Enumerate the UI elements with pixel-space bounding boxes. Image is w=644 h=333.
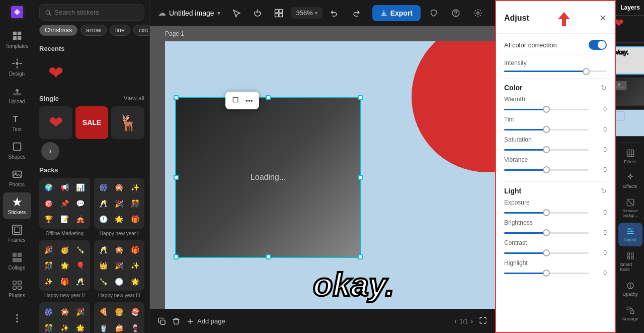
sidebar-item-text[interactable]: T Text <box>3 109 31 136</box>
chip-christmas[interactable]: Christmas <box>39 25 77 36</box>
sidebar-item-templates[interactable]: Templates <box>3 26 31 53</box>
pointer-tool[interactable] <box>227 4 246 22</box>
effects-button[interactable]: Effects <box>618 169 642 193</box>
highlight-slider[interactable] <box>504 273 589 274</box>
light-refresh-icon[interactable]: ↻ <box>601 187 607 195</box>
pack-happy-new-year-2[interactable]: 🎉 🥳 🍾 🎊 🌟 🎈 ✨ 🎁 🥂 Happy new year II <box>39 240 90 299</box>
redo-button[interactable] <box>347 4 365 22</box>
svg-rect-25 <box>275 9 279 13</box>
saturation-slider[interactable] <box>504 149 589 151</box>
saturation-value: 0 <box>593 146 607 153</box>
selected-image[interactable]: Loading... <box>175 97 361 258</box>
exposure-slider[interactable] <box>504 212 589 214</box>
brightness-slider[interactable] <box>504 232 589 234</box>
app-logo[interactable] <box>9 4 25 20</box>
resize-handle-br[interactable] <box>358 254 363 259</box>
undo-button[interactable] <box>326 4 344 22</box>
sidebar-item-label: Text <box>12 126 21 132</box>
pack-name: Happy new year III <box>94 293 145 298</box>
delete-button[interactable] <box>172 317 180 325</box>
expand-icon <box>479 316 487 324</box>
layer-thumb-heart[interactable]: ❤ <box>613 15 645 43</box>
sidebar-item-collage[interactable]: Collage <box>3 248 31 275</box>
sidebar-item-frames[interactable]: Frames <box>3 220 31 247</box>
search-input[interactable] <box>54 9 139 16</box>
okay-text-element[interactable]: okay. <box>313 266 394 303</box>
resize-handle-tr[interactable] <box>358 95 363 100</box>
effects-icon <box>626 173 635 182</box>
help-button[interactable] <box>447 4 465 22</box>
sidebar-item-upload[interactable]: Upload <box>3 82 31 108</box>
sidebar-item-label: Templates <box>6 43 29 49</box>
contrast-slider[interactable] <box>504 252 589 254</box>
chip-line[interactable]: line <box>110 25 130 36</box>
expand-button[interactable] <box>479 316 487 326</box>
adjust-icon <box>626 227 635 236</box>
canvas-container[interactable]: Page 1 Loading... <box>150 26 495 309</box>
highlight-slider-row: 0 <box>504 270 607 277</box>
svg-rect-46 <box>627 257 630 259</box>
remove-bg-button[interactable]: Remove backgr... <box>618 194 642 222</box>
layout-tool[interactable] <box>270 4 288 22</box>
resize-handle-tl[interactable] <box>174 95 179 100</box>
export-button[interactable]: Export <box>372 5 421 21</box>
sidebar-item-design[interactable]: Design <box>3 54 31 81</box>
add-icon <box>186 317 194 325</box>
next-page-button[interactable]: › <box>471 318 473 325</box>
prev-page-button[interactable]: ‹ <box>454 318 456 325</box>
warmth-slider[interactable] <box>504 109 589 110</box>
sticker-single-sale[interactable]: SALE <box>75 106 109 140</box>
sticker-heart[interactable]: ❤ <box>39 56 72 90</box>
ctx-more-button[interactable]: ••• <box>245 96 254 106</box>
sticker-single-reindeer[interactable]: 🦌 <box>111 106 144 140</box>
sidebar-item-plugins[interactable]: Plugins <box>3 276 31 302</box>
filters-button[interactable]: Filters <box>618 145 642 168</box>
sidebar-item-more[interactable] <box>3 309 31 328</box>
chip-circ[interactable]: circ <box>133 25 149 36</box>
pack-happy-new-year-1[interactable]: 🎆 🎇 ✨ 🥂 🎉 🎊 🕛 🌟 🎁 Happy new year I <box>94 178 145 236</box>
pack-happy-new-year-4[interactable]: 🎆 🎇 🎉 🎊 ✨ 🌟 🥂 🎈 🎁 Happy new year IV <box>39 302 90 333</box>
resize-handle-ml[interactable] <box>174 175 179 180</box>
svg-rect-19 <box>18 286 21 289</box>
copy-button[interactable] <box>158 317 166 325</box>
intensity-slider[interactable] <box>504 71 607 72</box>
single-header: Single View all <box>39 95 144 102</box>
pack-happy-new-year-3[interactable]: 🥂 🎇 🎁 👑 🎉 ✨ 🍾 🕛 🌟 Happy new year III <box>94 240 145 299</box>
layer-thumb-photo[interactable] <box>613 78 645 106</box>
hand-tool[interactable] <box>249 4 267 22</box>
color-title: Color <box>504 84 523 92</box>
sidebar-item-photos[interactable]: Photos <box>3 165 31 191</box>
zoom-control[interactable]: 356% ▾ <box>291 7 322 19</box>
resize-handle-bl[interactable] <box>174 254 179 259</box>
opacity-button[interactable]: Opacity <box>618 277 642 301</box>
layer-thumb-okay[interactable]: okay. <box>613 46 645 75</box>
adjust-button[interactable]: Adjust <box>618 223 642 246</box>
vibrance-slider[interactable] <box>504 169 589 171</box>
shield-button[interactable] <box>425 4 443 22</box>
tint-slider[interactable] <box>504 129 589 130</box>
layer-thumb-blue[interactable] <box>613 109 645 137</box>
chip-arrow[interactable]: arrow <box>80 25 107 36</box>
resize-handle-bm[interactable] <box>266 254 271 259</box>
settings-button[interactable] <box>469 4 487 22</box>
view-all-single[interactable]: View all <box>124 95 144 102</box>
color-refresh-icon[interactable]: ↻ <box>601 84 607 92</box>
resize-handle-tm[interactable] <box>266 95 271 100</box>
red-circle-element <box>412 41 495 172</box>
search-bar[interactable] <box>39 4 144 21</box>
smart-tools-button[interactable]: Smart tools <box>618 247 642 276</box>
pack-food-drink[interactable]: 🍕 🍔 🍣 🥤 🍰 🍷 🥗 🍝 ☕ Food and Drink <box>94 302 145 333</box>
doc-name[interactable]: ☁ Untitled image ▾ <box>158 8 220 18</box>
sticker-next-arrow[interactable]: › <box>41 142 59 160</box>
ctx-crop-button[interactable] <box>230 95 240 106</box>
arrange-button[interactable]: Arrange <box>618 302 642 325</box>
pack-offline-marketing[interactable]: 🌍 📢 📊 🎯 📌 💬 🏆 📝 🎪 Offline Marketing <box>39 178 90 236</box>
canvas-bg: Loading... ••• okay. <box>165 41 495 309</box>
ai-toggle[interactable] <box>589 40 607 50</box>
sidebar-item-shapes[interactable]: Shapes <box>3 137 31 164</box>
sidebar-item-stickers[interactable]: Stickers <box>3 192 31 219</box>
sticker-single-heart[interactable]: ❤ <box>39 106 72 140</box>
close-button[interactable]: ✕ <box>599 13 607 24</box>
resize-handle-mr[interactable] <box>358 175 363 180</box>
add-page-button[interactable]: Add page <box>186 317 225 325</box>
